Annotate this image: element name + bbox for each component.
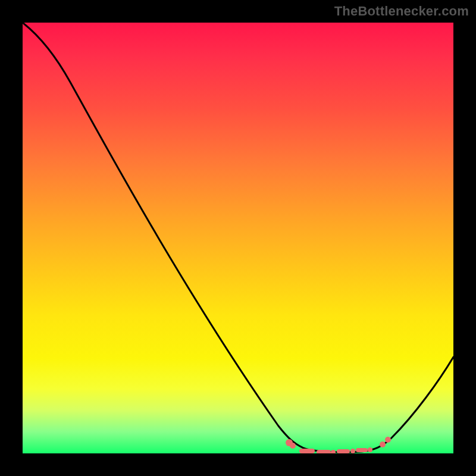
gradient-background	[23, 23, 453, 453]
attribution-watermark: TheBottlenecker.com	[334, 4, 469, 19]
chart-frame: TheBottlenecker.com	[0, 0, 476, 476]
